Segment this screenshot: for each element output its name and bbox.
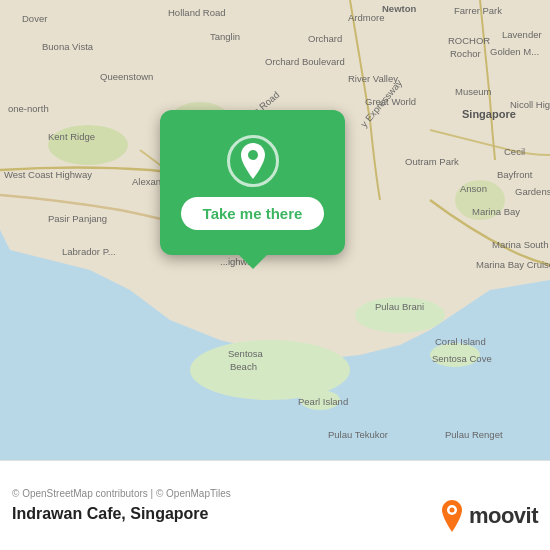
label-west-coast: West Coast Highway [4,169,92,180]
label-tanglin: Tanglin [210,31,240,42]
label-marina-south: Marina South P... [492,239,550,250]
label-renget: Pulau Renget [445,429,503,440]
label-newton: Newton [382,3,417,14]
location-icon-circle [227,135,279,187]
svg-point-9 [248,150,258,160]
label-anson: Anson [460,183,487,194]
label-one-north: one-north [8,103,49,114]
label-nicoll: Nicoll Highw... [510,99,550,110]
moovit-brand-text: moovit [469,503,538,529]
label-labrador: Labrador P... [62,246,116,257]
moovit-logo: moovit [439,500,538,532]
svg-point-11 [449,508,454,513]
label-ardmore: Ardmore [348,12,384,23]
popup-card: Take me there [160,110,345,255]
label-sentosa: Sentosa [228,348,264,359]
label-lavender: Lavender [502,29,542,40]
label-marina-bay: Marina Bay [472,206,520,217]
label-golden-m: Golden M... [490,46,539,57]
label-gardens: Gardens... [515,186,550,197]
label-outram: Outram Park [405,156,459,167]
bottom-bar: © OpenStreetMap contributors | © OpenMap… [0,460,550,550]
label-orchard-blvd: Orchard Boulevard [265,56,345,67]
label-kent-ridge: Kent Ridge [48,131,95,142]
label-rochor: Rochor [450,48,481,59]
label-pasir-panjang: Pasir Panjang [48,213,107,224]
take-me-there-button[interactable]: Take me there [181,197,325,230]
label-coral-island: Coral Island [435,336,486,347]
label-museum: Museum [455,86,492,97]
label-sentosa-cove: Sentosa Cove [432,353,492,364]
label-holland-road: Holland Road [168,7,226,18]
label-beach: Beach [230,361,257,372]
label-queenstown: Queenstown [100,71,153,82]
label-singapore: Singapore [462,108,516,120]
attribution-text: © OpenStreetMap contributors | © OpenMap… [12,488,538,499]
label-pulau-brani: Pulau Brani [375,301,424,312]
map-container: Dover Holland Road Ardmore Newton Farrer… [0,0,550,460]
label-orchard: Orchard [308,33,342,44]
label-farrer-park: Farrer Park [454,5,502,16]
label-rochor-cap: ROCHOR [448,35,490,46]
label-cruise-centre: Marina Bay Cruise Centre [476,259,550,270]
label-cecil: Cecil [504,146,525,157]
label-pearl-island: Pearl Island [298,396,348,407]
label-bayfront: Bayfront [497,169,533,180]
label-buona-vista: Buona Vista [42,41,94,52]
label-dover: Dover [22,13,47,24]
label-tekukor: Pulau Tekukor [328,429,388,440]
moovit-pin-icon [439,500,465,532]
